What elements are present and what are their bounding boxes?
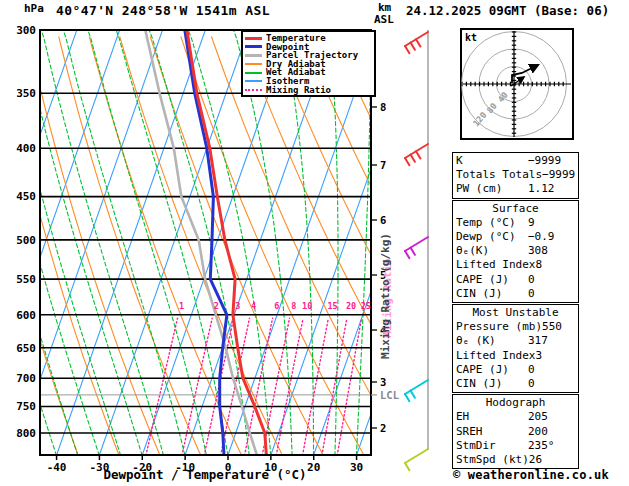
table-row-value: 1.12: [528, 182, 575, 196]
table-section: K−9999Totals Totals−9999PW (cm)1.12: [452, 152, 579, 199]
table-section-header: Most Unstable: [453, 306, 578, 320]
table-section: SurfaceTemp (°C)9Dewp (°C)−0.9θₑ(K)308Li…: [452, 200, 579, 303]
dry-adiabat-line: [578, 37, 629, 456]
table-row-label: Temp (°C): [456, 216, 528, 230]
legend-label: Mixing Ratio: [266, 86, 331, 95]
table-row-value: 3: [535, 349, 582, 363]
table-row: Lifted Index3: [453, 349, 578, 363]
legend-item: Mixing Ratio: [245, 86, 374, 95]
table-row-value: −0.9: [528, 230, 575, 244]
svg-text:8: 8: [291, 301, 296, 311]
mixing-ratio-labels: 12346810152025: [179, 301, 371, 311]
mixing-ratio-line: [303, 318, 329, 455]
table-row: EH205: [453, 410, 578, 424]
table-row: StmDir235°: [453, 439, 578, 453]
table-row-label: Totals Totals: [456, 168, 542, 182]
table-row-label: EH: [456, 410, 528, 424]
svg-text:6: 6: [380, 214, 386, 226]
table-section-header: Surface: [453, 202, 578, 216]
table-row-label: Pressure (mb): [456, 320, 542, 334]
table-row-value: 0: [528, 273, 575, 287]
svg-text:6: 6: [274, 301, 279, 311]
wind-barb: [405, 237, 428, 258]
legend-line-sample: [245, 72, 262, 74]
svg-text:2: 2: [214, 301, 219, 311]
table-row-value: 205: [528, 410, 575, 424]
svg-text:550: 550: [16, 273, 36, 286]
table-row: CAPE (J)0: [453, 273, 578, 287]
table-row: Dewp (°C)−0.9: [453, 230, 578, 244]
legend-line-sample: [245, 37, 262, 40]
legend-item: Wet Adiabat: [245, 68, 374, 77]
table-row-value: 8: [535, 258, 582, 272]
hodograph: 4080120kt: [460, 28, 574, 140]
table-row-value: 26: [529, 453, 576, 467]
svg-text:350: 350: [16, 87, 36, 100]
table-row: StmSpd (kt)26: [453, 453, 578, 467]
legend-line-sample: [245, 54, 262, 57]
table-row-label: Lifted Index: [456, 258, 535, 272]
table-row: Totals Totals−9999: [453, 168, 578, 182]
valid-datetime-label: 24.12.2025 09GMT (Base: 06): [406, 3, 609, 18]
table-row: Pressure (mb)550: [453, 320, 578, 334]
table-row-value: 235°: [528, 439, 575, 453]
svg-text:7: 7: [380, 159, 386, 171]
sounding-screen: 300350400450500550600650700750800-40-30-…: [0, 0, 629, 486]
svg-text:700: 700: [16, 372, 36, 385]
table-row-value: −9999: [528, 154, 575, 168]
svg-text:8: 8: [380, 101, 386, 113]
table-row-label: K: [456, 154, 528, 168]
table-row-label: PW (cm): [456, 182, 528, 196]
table-row-label: SREH: [456, 425, 528, 439]
svg-text:450: 450: [16, 190, 36, 203]
table-row-label: Lifted Index: [456, 349, 535, 363]
altitude-unit-asl-label: ASL: [374, 13, 394, 26]
svg-text:300: 300: [16, 24, 36, 37]
legend-item: Temperature: [245, 34, 374, 43]
legend-line-sample: [245, 63, 262, 65]
mixing-ratio-line: [276, 318, 303, 455]
svg-text:600: 600: [16, 309, 36, 322]
dry-adiabat-line: [28, 37, 160, 456]
mixing-ratio-line: [146, 318, 178, 455]
table-row-value: 550: [542, 320, 589, 334]
svg-text:20: 20: [346, 301, 356, 311]
wind-barb: [405, 380, 428, 401]
svg-text:10: 10: [302, 301, 312, 311]
svg-text:-40: -40: [47, 461, 67, 474]
table-row-value: 0: [528, 363, 575, 377]
x-axis-title: Dewpoint / Temperature (°C): [103, 467, 306, 482]
svg-text:1: 1: [179, 301, 184, 311]
svg-text:4: 4: [251, 301, 256, 311]
indices-table: K−9999Totals Totals−9999PW (cm)1.12Surfa…: [452, 152, 579, 469]
table-row: θₑ (K)317: [453, 334, 578, 348]
table-row: Lifted Index8: [453, 258, 578, 272]
svg-text:500: 500: [16, 234, 36, 247]
table-row: CIN (J)0: [453, 377, 578, 391]
lcl-label: LCL: [380, 389, 399, 401]
table-row-value: 9: [528, 216, 575, 230]
table-row-label: CAPE (J): [456, 363, 528, 377]
legend-line-sample: [245, 89, 262, 91]
mixing-ratio-line: [182, 318, 212, 455]
table-row: CAPE (J)0: [453, 363, 578, 377]
table-row-label: StmDir: [456, 439, 528, 453]
pressure-axis-labels: 300350400450500550600650700750800: [16, 24, 36, 440]
svg-text:3: 3: [235, 301, 240, 311]
table-row: SREH200: [453, 425, 578, 439]
table-row: PW (cm)1.12: [453, 182, 578, 196]
mixing-axis-label: Mixing Ratio (g/kg): [379, 233, 392, 359]
svg-text:25: 25: [361, 301, 371, 311]
table-row-label: θₑ (K): [456, 334, 528, 348]
hodograph-unit-label: kt: [465, 32, 477, 43]
wind-barb: [405, 144, 428, 165]
table-row-label: CIN (J): [456, 377, 528, 391]
pressure-unit-label: hPa: [24, 2, 44, 15]
table-row-label: θₑ(K): [456, 244, 528, 258]
legend-line-sample: [245, 45, 262, 48]
table-row: θₑ(K)308: [453, 244, 578, 258]
table-section-header: Hodograph: [453, 396, 578, 410]
svg-text:30: 30: [350, 461, 363, 474]
svg-text:650: 650: [16, 342, 36, 355]
table-row-value: 0: [528, 377, 575, 391]
